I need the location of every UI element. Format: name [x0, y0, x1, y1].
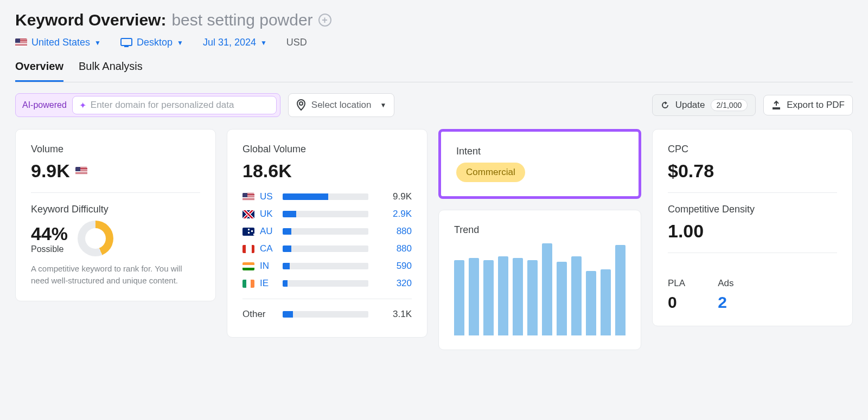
keyword-difficulty-value: 44% — [31, 223, 68, 244]
domain-input-wrap[interactable]: ✦ — [72, 96, 277, 114]
global-volume-country-code: IN — [260, 261, 277, 272]
trend-bar — [615, 245, 626, 335]
export-pdf-button[interactable]: Export to PDF — [763, 95, 853, 115]
us-flag-icon — [75, 167, 87, 175]
add-keyword-button[interactable]: + — [318, 14, 331, 27]
domain-input[interactable] — [91, 100, 270, 111]
ai-powered-label: AI-powered — [22, 100, 67, 110]
page-title-prefix: Keyword Overview: — [15, 11, 166, 29]
location-select-label: Select location — [311, 100, 372, 111]
pla-label: PLA — [668, 278, 685, 289]
cpc-title: CPC — [668, 144, 837, 155]
global-volume-row-value: 2.9K — [374, 209, 412, 219]
date-filter[interactable]: Jul 31, 2024 ▼ — [203, 37, 267, 48]
refresh-icon — [660, 100, 670, 110]
global-volume-country-code: US — [260, 191, 277, 202]
global-volume-bar — [283, 228, 368, 235]
keyword-difficulty-title: Keyword Difficulty — [31, 204, 200, 215]
trend-bar — [513, 258, 523, 335]
chevron-down-icon: ▼ — [380, 101, 386, 109]
location-pin-icon — [296, 99, 306, 111]
trend-bar — [454, 260, 464, 335]
ads-value[interactable]: 2 — [718, 293, 733, 312]
pla-value: 0 — [668, 293, 685, 312]
global-volume-country-code: UK — [260, 209, 277, 219]
volume-title: Volume — [31, 144, 200, 155]
global-volume-row[interactable]: CA880 — [242, 240, 412, 257]
update-button-label: Update — [675, 100, 705, 111]
trend-bar — [542, 243, 552, 335]
keyword-difficulty-label: Possible — [31, 244, 68, 254]
export-icon — [771, 100, 781, 110]
device-filter-label: Desktop — [137, 37, 173, 48]
chevron-down-icon: ▼ — [260, 39, 267, 47]
us-flag-icon — [15, 38, 27, 47]
trend-bar — [498, 256, 508, 335]
currency-label: USD — [286, 37, 307, 48]
tab-overview[interactable]: Overview — [15, 60, 63, 82]
global-volume-bar — [283, 211, 368, 217]
update-count-pill: 2/1,000 — [711, 99, 748, 111]
sparkle-icon: ✦ — [79, 100, 86, 111]
intent-card: Intent Commercial — [438, 129, 641, 199]
flag-icon — [242, 193, 254, 201]
svg-rect-0 — [121, 38, 132, 46]
update-button[interactable]: Update 2/1,000 — [652, 94, 756, 116]
chevron-down-icon: ▼ — [94, 39, 101, 47]
global-volume-card: Global Volume 18.6K US9.9KUK2.9KAU880CA8… — [227, 129, 427, 338]
desktop-icon — [120, 38, 132, 48]
global-volume-bar — [283, 245, 368, 252]
global-volume-row[interactable]: IN590 — [242, 257, 412, 275]
flag-icon — [242, 228, 254, 236]
ads-label: Ads — [718, 278, 733, 289]
global-volume-other-bar — [283, 311, 368, 318]
device-filter[interactable]: Desktop ▼ — [120, 37, 183, 48]
volume-value: 9.9K — [31, 160, 70, 182]
global-volume-row-value: 320 — [374, 278, 412, 289]
trend-bar — [601, 269, 611, 335]
global-volume-row[interactable]: UK2.9K — [242, 205, 412, 223]
keyword-difficulty-donut — [78, 221, 113, 256]
global-volume-row-value: 880 — [374, 226, 412, 237]
global-volume-row[interactable]: IE320 — [242, 275, 412, 292]
location-select[interactable]: Select location ▼ — [288, 93, 394, 117]
cpc-card: CPC $0.78 Competitive Density 1.00 PLA 0… — [652, 129, 853, 326]
chevron-down-icon: ▼ — [177, 39, 183, 47]
trend-bar — [557, 262, 567, 335]
trend-bar — [469, 258, 479, 335]
global-volume-other-label: Other — [242, 309, 277, 320]
filters-bar: United States ▼ Desktop ▼ Jul 31, 2024 ▼… — [15, 37, 853, 48]
global-volume-row-value: 590 — [374, 261, 412, 272]
global-volume-bar — [283, 280, 368, 287]
flag-icon — [242, 262, 254, 270]
competitive-density-title: Competitive Density — [668, 204, 837, 215]
global-volume-row-value: 880 — [374, 243, 412, 254]
global-volume-other-value: 3.1K — [374, 309, 412, 320]
global-volume-row[interactable]: AU880 — [242, 223, 412, 240]
global-volume-value: 18.6K — [242, 160, 292, 182]
country-filter[interactable]: United States ▼ — [15, 37, 101, 48]
global-volume-bar — [283, 193, 368, 200]
tabs: Overview Bulk Analysis — [15, 60, 853, 82]
global-volume-bar — [283, 263, 368, 269]
global-volume-country-code: CA — [260, 243, 277, 254]
trend-bar — [527, 260, 538, 335]
global-volume-country-code: IE — [260, 278, 277, 289]
flag-icon — [242, 245, 254, 253]
controls-bar: AI-powered ✦ Select location ▼ Update 2/… — [15, 93, 853, 117]
ai-powered-panel: AI-powered ✦ — [15, 93, 280, 117]
trend-card: Trend — [438, 210, 641, 350]
competitive-density-value: 1.00 — [668, 221, 704, 242]
global-volume-title: Global Volume — [242, 144, 412, 155]
global-volume-row-value: 9.9K — [374, 191, 412, 202]
volume-card: Volume 9.9K Keyword Difficulty 44% Possi… — [15, 129, 216, 301]
intent-title: Intent — [456, 146, 623, 157]
flag-icon — [242, 210, 254, 218]
svg-rect-1 — [124, 46, 129, 47]
trend-bar — [586, 271, 596, 335]
date-filter-label: Jul 31, 2024 — [203, 37, 256, 48]
country-filter-label: United States — [31, 37, 90, 48]
export-pdf-label: Export to PDF — [787, 100, 845, 111]
trend-bar — [483, 260, 494, 335]
tab-bulk-analysis[interactable]: Bulk Analysis — [79, 60, 143, 82]
